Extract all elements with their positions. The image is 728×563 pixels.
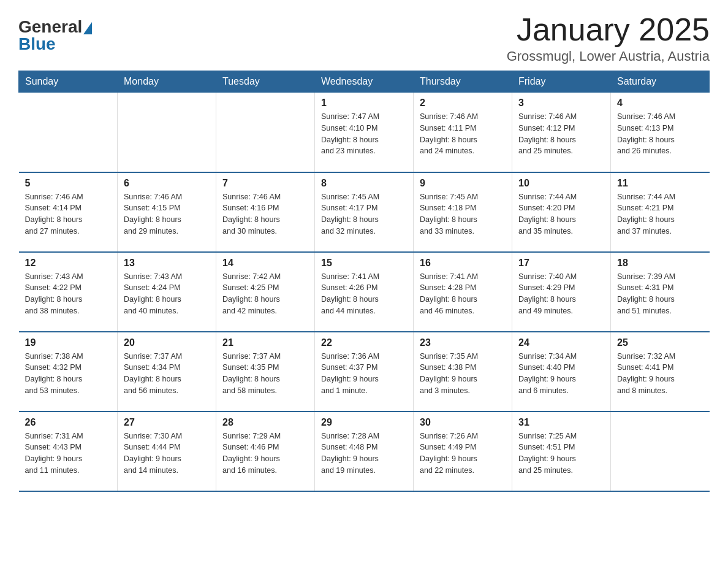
day-info: Sunrise: 7:32 AM Sunset: 4:41 PM Dayligh… <box>617 351 703 397</box>
day-info: Sunrise: 7:41 AM Sunset: 4:28 PM Dayligh… <box>420 271 506 317</box>
day-info: Sunrise: 7:36 AM Sunset: 4:37 PM Dayligh… <box>321 351 407 397</box>
week-row-3: 19Sunrise: 7:38 AM Sunset: 4:32 PM Dayli… <box>19 332 710 412</box>
header-row: SundayMondayTuesdayWednesdayThursdayFrid… <box>19 71 710 93</box>
day-number: 23 <box>420 337 506 348</box>
logo-row2: Blue <box>18 36 56 53</box>
day-cell: 3Sunrise: 7:46 AM Sunset: 4:12 PM Daylig… <box>512 93 611 172</box>
header-cell-thursday: Thursday <box>414 71 512 93</box>
week-row-4: 26Sunrise: 7:31 AM Sunset: 4:43 PM Dayli… <box>19 412 710 491</box>
day-info: Sunrise: 7:37 AM Sunset: 4:34 PM Dayligh… <box>124 351 210 397</box>
day-cell: 8Sunrise: 7:45 AM Sunset: 4:17 PM Daylig… <box>315 172 414 252</box>
day-number: 12 <box>25 258 112 269</box>
day-info: Sunrise: 7:46 AM Sunset: 4:16 PM Dayligh… <box>222 191 308 237</box>
title-section: January 2025 Grossmugl, Lower Austria, A… <box>507 12 710 64</box>
day-info: Sunrise: 7:31 AM Sunset: 4:43 PM Dayligh… <box>25 431 112 477</box>
logo-triangle-icon <box>83 22 92 34</box>
day-cell: 16Sunrise: 7:41 AM Sunset: 4:28 PM Dayli… <box>414 252 512 332</box>
day-cell: 22Sunrise: 7:36 AM Sunset: 4:37 PM Dayli… <box>315 332 414 412</box>
page-location: Grossmugl, Lower Austria, Austria <box>507 48 710 64</box>
day-cell: 26Sunrise: 7:31 AM Sunset: 4:43 PM Dayli… <box>19 412 118 491</box>
day-cell <box>611 412 710 491</box>
day-cell: 5Sunrise: 7:46 AM Sunset: 4:14 PM Daylig… <box>19 172 118 252</box>
day-cell: 30Sunrise: 7:26 AM Sunset: 4:49 PM Dayli… <box>414 412 512 491</box>
day-cell: 19Sunrise: 7:38 AM Sunset: 4:32 PM Dayli… <box>19 332 118 412</box>
day-number: 30 <box>420 417 506 428</box>
day-number: 27 <box>124 417 210 428</box>
day-cell: 7Sunrise: 7:46 AM Sunset: 4:16 PM Daylig… <box>216 172 315 252</box>
header-cell-saturday: Saturday <box>611 71 710 93</box>
day-cell: 17Sunrise: 7:40 AM Sunset: 4:29 PM Dayli… <box>512 252 611 332</box>
day-cell: 28Sunrise: 7:29 AM Sunset: 4:46 PM Dayli… <box>216 412 315 491</box>
day-number: 31 <box>518 417 604 428</box>
calendar-body: 1Sunrise: 7:47 AM Sunset: 4:10 PM Daylig… <box>19 93 710 491</box>
day-info: Sunrise: 7:39 AM Sunset: 4:31 PM Dayligh… <box>617 271 703 317</box>
week-row-0: 1Sunrise: 7:47 AM Sunset: 4:10 PM Daylig… <box>19 93 710 172</box>
day-cell: 4Sunrise: 7:46 AM Sunset: 4:13 PM Daylig… <box>611 93 710 172</box>
day-cell: 24Sunrise: 7:34 AM Sunset: 4:40 PM Dayli… <box>512 332 611 412</box>
day-number: 3 <box>518 98 604 109</box>
day-info: Sunrise: 7:34 AM Sunset: 4:40 PM Dayligh… <box>518 351 604 397</box>
day-info: Sunrise: 7:42 AM Sunset: 4:25 PM Dayligh… <box>222 271 308 317</box>
day-info: Sunrise: 7:28 AM Sunset: 4:48 PM Dayligh… <box>321 431 407 477</box>
day-info: Sunrise: 7:37 AM Sunset: 4:35 PM Dayligh… <box>222 351 308 397</box>
day-cell: 2Sunrise: 7:46 AM Sunset: 4:11 PM Daylig… <box>414 93 512 172</box>
day-number: 13 <box>124 258 210 269</box>
logo: General Blue <box>18 18 92 53</box>
day-number: 25 <box>617 337 703 348</box>
day-cell: 10Sunrise: 7:44 AM Sunset: 4:20 PM Dayli… <box>512 172 611 252</box>
day-number: 10 <box>518 178 604 189</box>
day-cell: 23Sunrise: 7:35 AM Sunset: 4:38 PM Dayli… <box>414 332 512 412</box>
page-title: January 2025 <box>507 12 710 47</box>
day-info: Sunrise: 7:41 AM Sunset: 4:26 PM Dayligh… <box>321 271 407 317</box>
day-cell: 13Sunrise: 7:43 AM Sunset: 4:24 PM Dayli… <box>118 252 216 332</box>
day-cell <box>19 93 118 172</box>
day-cell: 1Sunrise: 7:47 AM Sunset: 4:10 PM Daylig… <box>315 93 414 172</box>
logo-text-blue: Blue <box>18 34 56 53</box>
day-number: 1 <box>321 98 407 109</box>
day-number: 2 <box>420 98 506 109</box>
day-number: 4 <box>617 98 703 109</box>
day-info: Sunrise: 7:44 AM Sunset: 4:20 PM Dayligh… <box>518 191 604 237</box>
day-cell: 21Sunrise: 7:37 AM Sunset: 4:35 PM Dayli… <box>216 332 315 412</box>
day-number: 20 <box>124 337 210 348</box>
day-cell: 14Sunrise: 7:42 AM Sunset: 4:25 PM Dayli… <box>216 252 315 332</box>
day-cell <box>216 93 315 172</box>
day-number: 15 <box>321 258 407 269</box>
day-cell <box>118 93 216 172</box>
day-number: 28 <box>222 417 308 428</box>
day-info: Sunrise: 7:46 AM Sunset: 4:14 PM Dayligh… <box>25 191 112 237</box>
header-cell-friday: Friday <box>512 71 611 93</box>
day-info: Sunrise: 7:45 AM Sunset: 4:18 PM Dayligh… <box>420 191 506 237</box>
header-cell-tuesday: Tuesday <box>216 71 315 93</box>
day-number: 7 <box>222 178 308 189</box>
day-cell: 31Sunrise: 7:25 AM Sunset: 4:51 PM Dayli… <box>512 412 611 491</box>
day-info: Sunrise: 7:47 AM Sunset: 4:10 PM Dayligh… <box>321 111 407 157</box>
day-number: 18 <box>617 258 703 269</box>
day-info: Sunrise: 7:29 AM Sunset: 4:46 PM Dayligh… <box>222 431 308 477</box>
week-row-2: 12Sunrise: 7:43 AM Sunset: 4:22 PM Dayli… <box>19 252 710 332</box>
day-info: Sunrise: 7:26 AM Sunset: 4:49 PM Dayligh… <box>420 431 506 477</box>
day-number: 19 <box>25 337 112 348</box>
day-number: 5 <box>25 178 112 189</box>
day-info: Sunrise: 7:30 AM Sunset: 4:44 PM Dayligh… <box>124 431 210 477</box>
day-cell: 6Sunrise: 7:46 AM Sunset: 4:15 PM Daylig… <box>118 172 216 252</box>
day-info: Sunrise: 7:44 AM Sunset: 4:21 PM Dayligh… <box>617 191 703 237</box>
day-info: Sunrise: 7:43 AM Sunset: 4:22 PM Dayligh… <box>25 271 112 317</box>
day-info: Sunrise: 7:43 AM Sunset: 4:24 PM Dayligh… <box>124 271 210 317</box>
day-info: Sunrise: 7:25 AM Sunset: 4:51 PM Dayligh… <box>518 431 604 477</box>
day-info: Sunrise: 7:46 AM Sunset: 4:13 PM Dayligh… <box>617 111 703 157</box>
day-info: Sunrise: 7:46 AM Sunset: 4:15 PM Dayligh… <box>124 191 210 237</box>
day-number: 8 <box>321 178 407 189</box>
day-info: Sunrise: 7:46 AM Sunset: 4:12 PM Dayligh… <box>518 111 604 157</box>
day-number: 21 <box>222 337 308 348</box>
logo-block: General Blue <box>18 18 92 53</box>
day-info: Sunrise: 7:38 AM Sunset: 4:32 PM Dayligh… <box>25 351 112 397</box>
day-cell: 11Sunrise: 7:44 AM Sunset: 4:21 PM Dayli… <box>611 172 710 252</box>
header-cell-monday: Monday <box>118 71 216 93</box>
header-cell-wednesday: Wednesday <box>315 71 414 93</box>
day-cell: 25Sunrise: 7:32 AM Sunset: 4:41 PM Dayli… <box>611 332 710 412</box>
day-cell: 9Sunrise: 7:45 AM Sunset: 4:18 PM Daylig… <box>414 172 512 252</box>
day-info: Sunrise: 7:40 AM Sunset: 4:29 PM Dayligh… <box>518 271 604 317</box>
page-header: General Blue January 2025 Grossmugl, Low… <box>18 12 710 64</box>
day-cell: 12Sunrise: 7:43 AM Sunset: 4:22 PM Dayli… <box>19 252 118 332</box>
